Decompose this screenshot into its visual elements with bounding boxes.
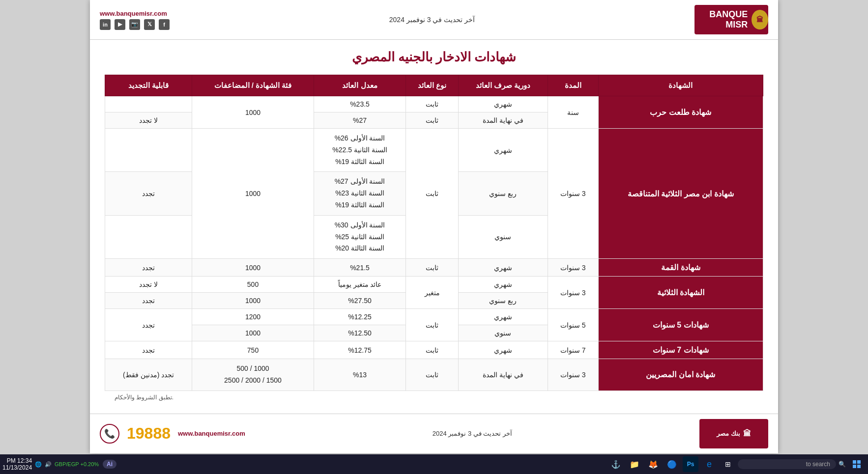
table-row: شهادة ابن مصر الثلاثية المتناقصة 3 سنوات…: [105, 129, 763, 172]
cert-duration: 3 سنوات: [548, 129, 598, 259]
cert-rate: %12.75: [314, 341, 406, 359]
cert-name-qimma: شهادة القمة: [598, 259, 763, 277]
cert-rate: %12.50: [314, 325, 406, 341]
main-content: شهادات الادخار بالجنيه المصري الشهادة ال…: [90, 40, 778, 414]
taskbar-right: Ai GBP/EGP +0.20% 🔊 🌐 12:34 PM 11/13/202…: [2, 457, 116, 471]
taskbar: 🔍 to search ⊞ e Ps 🔵 🦊 📁 ⚓ Ai GBP/EGP +0…: [0, 454, 868, 474]
cert-rate: %13: [314, 359, 406, 391]
cert-rate: %21.5: [314, 259, 406, 277]
page-header: 🏛 BANQUE MISR آخر تحديث في 3 نوفمبر 2024…: [90, 0, 778, 40]
table-note: .تطبق الشروط والأحكام: [105, 391, 763, 404]
logo-circle: 🏛: [752, 10, 768, 29]
cert-denom: 1000 / 500 1500 / 2000 / 2500: [192, 359, 314, 391]
cert-renewable: لا تجدد: [105, 277, 192, 293]
page-footer: 🏛 بنك مصر آخر تحديث في 3 نوفمبر 2024 www…: [90, 414, 778, 453]
col-header-cert: الشهادة: [598, 75, 763, 96]
photoshop-icon[interactable]: Ps: [683, 456, 698, 472]
header-right: www.banquemisr.com f 𝕏 📷 ▶ in: [100, 10, 170, 30]
twitter-icon[interactable]: 𝕏: [144, 19, 155, 30]
cert-rate: السنة الأولى 26% السنة الثانية 22.5% الس…: [314, 129, 406, 172]
ship-icon[interactable]: ⚓: [608, 456, 624, 472]
cert-renewable: [105, 215, 192, 258]
cert-name-tholathiya: الشهادة الثلاثية: [598, 277, 763, 309]
cert-name-talaat: شهادة طلعت حرب: [598, 96, 763, 129]
cert-renewable: تجدد (مدنين فقط): [105, 359, 192, 391]
cert-rate: السنة الأولى 27% السنة الثانية 23% السنة…: [314, 172, 406, 215]
bank-logo: 🏛 BANQUE MISR: [694, 5, 768, 34]
cert-type: متغير: [406, 277, 458, 309]
page-title: شهادات الادخار بالجنيه المصري: [105, 50, 763, 65]
cert-renewable: تجدد: [105, 259, 192, 277]
cert-duration: سنة: [548, 96, 598, 129]
footer-website[interactable]: www.banquemisr.com: [178, 430, 245, 437]
table-row: شهادة طلعت حرب سنة شهري ثابت %23.5 1000: [105, 96, 763, 112]
chrome-icon[interactable]: 🔵: [664, 456, 680, 472]
cert-freq: سنوي: [458, 215, 548, 258]
network-icon[interactable]: 🌐: [35, 461, 42, 468]
hotline-icon: 📞: [100, 424, 119, 444]
cert-name-5yr: شهادات 5 سنوات: [598, 309, 763, 341]
cert-freq: شهري: [458, 341, 548, 359]
cert-rate: السنة الأولى 30% السنة الثانية 25% السنة…: [314, 215, 406, 258]
cert-denom: 1000: [192, 325, 314, 341]
cert-denom: 1200: [192, 309, 314, 325]
firefox-icon[interactable]: 🦊: [645, 456, 661, 472]
cert-freq: شهري: [458, 277, 548, 293]
cert-type: ثابت: [406, 341, 458, 359]
cert-duration: 3 سنوات: [548, 359, 598, 391]
footer-logo-icon: 🏛: [743, 429, 751, 438]
cert-denom: 750: [192, 341, 314, 359]
footer-logo: 🏛 بنك مصر: [699, 419, 768, 448]
table-header-row: الشهادة المدة دورية صرف العائد نوع العائ…: [105, 75, 763, 96]
taskbar-search-box[interactable]: to search: [738, 459, 836, 469]
cert-rate: %23.5: [314, 96, 406, 112]
logo-area: 🏛 BANQUE MISR: [694, 5, 768, 34]
social-icons: f 𝕏 📷 ▶ in: [100, 19, 170, 30]
cert-denom: 1000: [192, 259, 314, 277]
col-header-freq: دورية صرف العائد: [458, 75, 548, 96]
facebook-icon[interactable]: f: [159, 19, 170, 30]
website-link[interactable]: www.banquemisr.com: [100, 10, 170, 17]
linkedin-icon[interactable]: in: [100, 19, 111, 30]
cert-type: ثابت: [406, 259, 458, 277]
cert-freq: في نهاية المدة: [458, 112, 548, 129]
cert-freq: ربع سنوي: [458, 172, 548, 215]
cert-type: ثابت: [406, 359, 458, 391]
cert-freq: شهري: [458, 129, 548, 172]
taskbar-search-area[interactable]: 🔍 to search: [738, 459, 846, 469]
cert-duration: 3 سنوات: [548, 277, 598, 309]
volume-icon[interactable]: 🔊: [45, 461, 52, 468]
cert-renewable: [105, 96, 192, 112]
browser-icon[interactable]: e: [701, 456, 717, 472]
system-clock: 12:34 PM 11/13/2024: [2, 457, 32, 471]
col-header-renewable: قابلية التجديد: [105, 75, 192, 96]
cert-rate: %27: [314, 112, 406, 129]
youtube-icon[interactable]: ▶: [115, 19, 125, 30]
taskbar-tray: GBP/EGP +0.20% 🔊 🌐 12:34 PM 11/13/2024: [2, 457, 99, 471]
logo-text: BANQUE MISR: [694, 9, 748, 30]
taskbar-app-icons: ⊞ e Ps 🔵 🦊 📁 ⚓: [608, 456, 736, 472]
cert-renewable: لا تجدد: [105, 112, 192, 129]
cert-freq: شهري: [458, 96, 548, 112]
taskview-icon[interactable]: ⊞: [720, 456, 736, 472]
cert-duration: 7 سنوات: [548, 341, 598, 359]
footer-center: آخر تحديث في 3 نوفمبر 2024: [433, 430, 512, 437]
cert-freq: ربع سنوي: [458, 293, 548, 309]
table-row: شهادات 7 سنوات 7 سنوات شهري ثابت %12.75 …: [105, 341, 763, 359]
table-row: شهادات 5 سنوات 5 سنوات شهري ثابت %12.25 …: [105, 309, 763, 325]
cert-duration: 3 سنوات: [548, 259, 598, 277]
cert-type: ثابت: [406, 309, 458, 341]
ai-button[interactable]: Ai: [103, 460, 116, 469]
instagram-icon[interactable]: 📷: [129, 19, 140, 30]
folder-icon[interactable]: 📁: [627, 456, 642, 472]
cert-freq: شهري: [458, 259, 548, 277]
cert-type: ثابت: [406, 129, 458, 259]
footer-logo-text: بنك مصر: [717, 430, 740, 437]
cert-name-ibmisr: شهادة ابن مصر الثلاثية المتناقصة: [598, 129, 763, 259]
col-header-rate: معدل العائد: [314, 75, 406, 96]
start-button[interactable]: [848, 455, 866, 473]
table-row: شهادة امان المصريين 3 سنوات في نهاية الم…: [105, 359, 763, 391]
cert-type: ثابت: [406, 96, 458, 112]
col-header-duration: المدة: [548, 75, 598, 96]
cert-type: ثابت: [406, 112, 458, 129]
